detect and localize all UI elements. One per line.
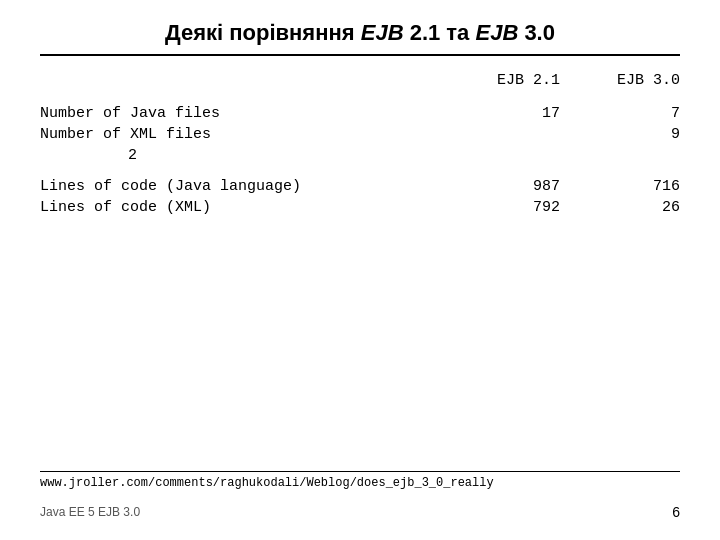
row-val30-3: 716 [580, 178, 680, 195]
title-ejb21: EJB [361, 20, 404, 45]
table-row: Lines of code (Java language) 987 716 [40, 178, 680, 195]
row-label-indent: 2 [40, 147, 480, 164]
table-row: Number of Java files 17 7 [40, 105, 680, 122]
row-val21-4: 792 [480, 199, 580, 216]
row-val30-0: 7 [580, 105, 680, 122]
row-val21-3: 987 [480, 178, 580, 195]
bottom-bar: Java EE 5 EJB 3.0 6 [40, 494, 680, 520]
col-header-ejb30: EJB 3.0 [580, 72, 680, 89]
title-area: Деякі порівняння EJB 2.1 та EJB 3.0 [40, 20, 680, 56]
slide: Деякі порівняння EJB 2.1 та EJB 3.0 EJB … [0, 0, 720, 540]
row-val30-1: 9 [580, 126, 680, 143]
table-row: Number of XML files 9 [40, 126, 680, 143]
row-label-1: Number of XML files [40, 126, 480, 143]
table-row: Lines of code (XML) 792 26 [40, 199, 680, 216]
slide-title: Деякі порівняння EJB 2.1 та EJB 3.0 [165, 20, 555, 45]
footer-url: www.jroller.com/comments/raghukodali/Web… [40, 476, 680, 490]
row-val30-4: 26 [580, 199, 680, 216]
title-ejb21-ver: 2.1 та [404, 20, 476, 45]
column-headers: EJB 2.1 EJB 3.0 [40, 72, 680, 89]
table-row-indent: 2 [40, 147, 680, 164]
presentation-label: Java EE 5 EJB 3.0 [40, 505, 140, 519]
data-table: Number of Java files 17 7 Number of XML … [40, 105, 680, 461]
title-prefix: Деякі порівняння [165, 20, 361, 45]
row-label-3: Lines of code (Java language) [40, 178, 480, 195]
page-number: 6 [672, 504, 680, 520]
row-val21-0: 17 [480, 105, 580, 122]
footer-divider: www.jroller.com/comments/raghukodali/Web… [40, 471, 680, 490]
row-label-4: Lines of code (XML) [40, 199, 480, 216]
title-ejb30-ver: 3.0 [518, 20, 555, 45]
title-ejb30: EJB [475, 20, 518, 45]
row-label-0: Number of Java files [40, 105, 480, 122]
col-header-ejb21: EJB 2.1 [480, 72, 580, 89]
